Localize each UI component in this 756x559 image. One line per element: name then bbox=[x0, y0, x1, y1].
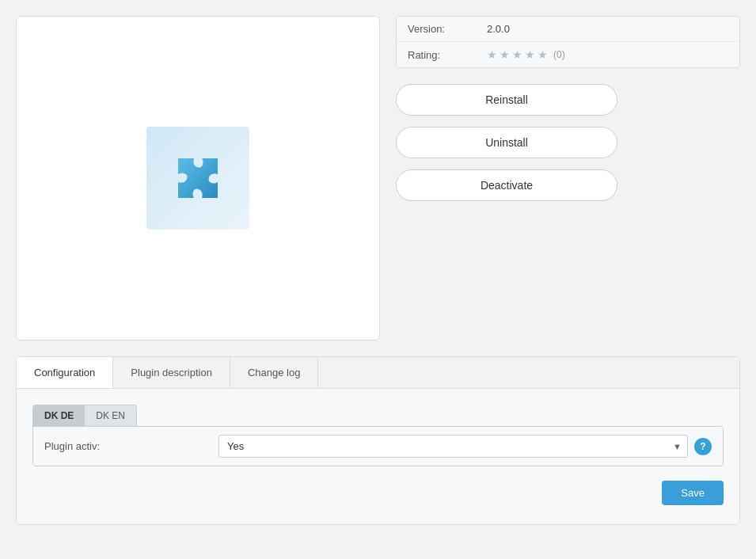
lang-tabs: DK DE DK EN bbox=[32, 405, 137, 426]
star-3: ★ bbox=[512, 48, 522, 61]
plugin-active-label: Plugin activ: bbox=[44, 440, 218, 452]
star-5: ★ bbox=[538, 48, 548, 61]
version-row: Version: 2.0.0 bbox=[397, 17, 739, 42]
plugin-active-control: Yes No ▼ ? bbox=[218, 435, 712, 458]
info-table: Version: 2.0.0 Rating: ★ ★ ★ ★ ★ (0) bbox=[396, 16, 740, 68]
reinstall-button[interactable]: Reinstall bbox=[396, 84, 617, 116]
rating-stars: ★ ★ ★ ★ ★ (0) bbox=[487, 48, 565, 61]
tab-configuration[interactable]: Configuration bbox=[17, 357, 113, 388]
plugin-active-row: Plugin activ: Yes No ▼ ? bbox=[33, 427, 723, 466]
help-button[interactable]: ? bbox=[694, 438, 712, 455]
star-1: ★ bbox=[487, 48, 497, 61]
plugin-active-select[interactable]: Yes No bbox=[218, 435, 688, 458]
version-label: Version: bbox=[408, 23, 487, 35]
rating-row: Rating: ★ ★ ★ ★ ★ (0) bbox=[397, 42, 739, 67]
config-table: Plugin activ: Yes No ▼ ? bbox=[32, 426, 724, 466]
footer-actions: Save bbox=[32, 477, 724, 508]
rating-label: Rating: bbox=[408, 49, 487, 61]
plugin-image-card bbox=[16, 16, 380, 340]
tabs-content: DK DE DK EN Plugin activ: Yes No ▼ ? bbox=[17, 389, 739, 524]
lang-tab-dk-en[interactable]: DK EN bbox=[85, 405, 136, 426]
tabs-header: Configuration Plugin description Change … bbox=[17, 357, 739, 389]
star-2: ★ bbox=[500, 48, 510, 61]
tab-change-log[interactable]: Change log bbox=[230, 357, 319, 388]
star-4: ★ bbox=[525, 48, 535, 61]
tab-plugin-description[interactable]: Plugin description bbox=[113, 357, 230, 388]
plugin-icon-wrapper bbox=[146, 127, 249, 230]
lang-tab-dk-de[interactable]: DK DE bbox=[33, 405, 85, 426]
rating-count: (0) bbox=[553, 49, 565, 60]
uninstall-button[interactable]: Uninstall bbox=[396, 127, 617, 158]
top-section: Version: 2.0.0 Rating: ★ ★ ★ ★ ★ (0) Rei… bbox=[16, 16, 740, 340]
plugin-active-select-wrapper: Yes No ▼ bbox=[218, 435, 688, 458]
deactivate-button[interactable]: Deactivate bbox=[396, 169, 617, 201]
plugin-info-panel: Version: 2.0.0 Rating: ★ ★ ★ ★ ★ (0) Rei… bbox=[396, 16, 740, 340]
save-button[interactable]: Save bbox=[662, 481, 724, 505]
version-value: 2.0.0 bbox=[487, 23, 510, 35]
tabs-section: Configuration Plugin description Change … bbox=[16, 356, 740, 525]
plugin-icon bbox=[166, 146, 230, 210]
